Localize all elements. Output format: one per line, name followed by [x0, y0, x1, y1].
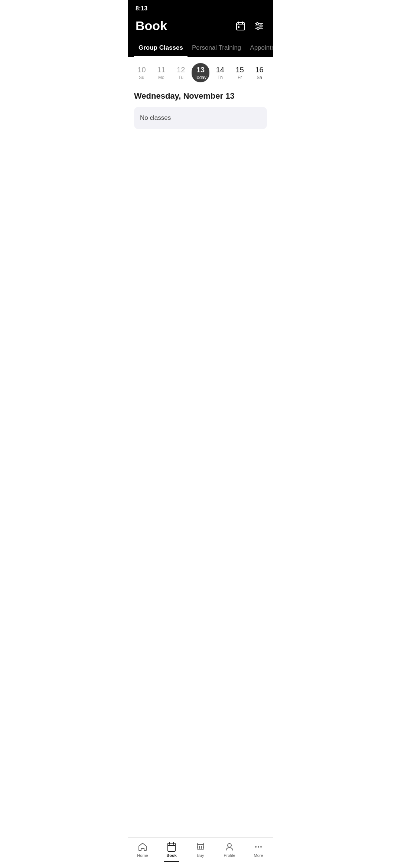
no-classes-text: No classes	[140, 114, 171, 121]
calendar-day-12[interactable]: 12 Tu	[172, 63, 190, 82]
no-classes-card: No classes	[134, 107, 267, 129]
calendar-day-11[interactable]: 11 Mo	[152, 63, 170, 82]
selected-date-heading: Wednesday, November 13	[128, 85, 273, 104]
calendar-icon-button[interactable]	[234, 20, 247, 32]
filter-icon	[254, 21, 264, 31]
calendar-day-14[interactable]: 14 Th	[211, 63, 229, 82]
tab-navigation: Group Classes Personal Training Appointm…	[128, 39, 273, 57]
svg-point-9	[260, 25, 262, 27]
svg-rect-4	[238, 26, 239, 28]
tab-appointments[interactable]: Appointments	[245, 39, 273, 57]
header: Book	[128, 15, 273, 39]
calendar-icon	[236, 21, 245, 31]
header-icons	[234, 20, 265, 32]
svg-point-10	[257, 27, 259, 29]
calendar-section: 10 Su 11 Mo 12 Tu 13 Today 14 Th 15 Fr 1…	[128, 57, 273, 85]
tab-personal-training[interactable]: Personal Training	[188, 39, 245, 57]
filter-icon-button[interactable]	[253, 20, 265, 32]
calendar-day-10[interactable]: 10 Su	[133, 63, 151, 82]
calendar-day-15[interactable]: 15 Fr	[231, 63, 249, 82]
tab-group-classes[interactable]: Group Classes	[134, 39, 188, 57]
calendar-day-16[interactable]: 16 Sa	[250, 63, 268, 82]
page-title: Book	[136, 19, 167, 33]
calendar-strip: 10 Su 11 Mo 12 Tu 13 Today 14 Th 15 Fr 1…	[133, 63, 268, 82]
status-bar: 8:13	[128, 0, 273, 15]
svg-rect-0	[237, 23, 245, 30]
status-time: 8:13	[136, 5, 147, 12]
svg-point-8	[256, 23, 258, 25]
calendar-day-13[interactable]: 13 Today	[192, 63, 210, 82]
